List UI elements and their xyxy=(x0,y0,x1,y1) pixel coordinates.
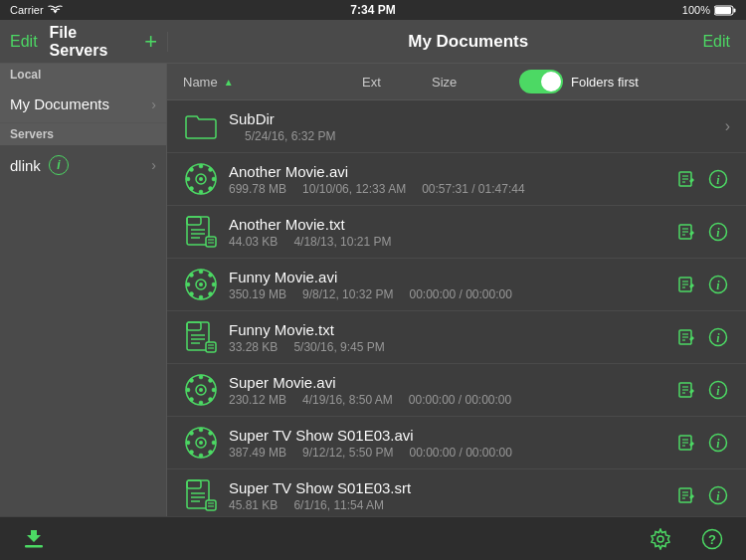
help-button[interactable]: ? xyxy=(694,521,730,557)
table-row[interactable]: Super TV Show S01E03.srt 45.81 KB 6/1/16… xyxy=(167,469,746,516)
folders-first-toggle-area[interactable]: Folders first xyxy=(519,70,639,93)
my-documents-chevron-icon: › xyxy=(151,96,156,112)
file-name: Another Movie.avi xyxy=(229,163,674,180)
file-date: 5/30/16, 9:45 PM xyxy=(293,340,384,354)
nav-edit-right-button[interactable]: Edit xyxy=(702,33,730,51)
sidebar-item-dlink[interactable]: dlink i › xyxy=(0,145,166,185)
file-actions: i xyxy=(674,483,730,507)
file-info: Funny Movie.txt 33.28 KB 5/30/16, 9:45 P… xyxy=(229,321,674,354)
video-file-icon xyxy=(183,161,219,197)
file-meta: 230.12 MB 4/19/16, 8:50 AM00:00:00 / 00:… xyxy=(229,393,674,407)
folders-first-toggle[interactable] xyxy=(519,70,563,93)
sidebar-item-my-documents[interactable]: My Documents › xyxy=(0,86,166,123)
svg-point-6 xyxy=(199,164,203,168)
svg-rect-1 xyxy=(734,8,736,12)
content-area: Name ▲ Ext Size Folders first xyxy=(167,64,746,516)
video-file-icon xyxy=(183,267,219,302)
file-info: Super TV Show S01E03.avi 387.49 MB 9/12/… xyxy=(229,427,674,460)
svg-point-11 xyxy=(209,187,213,191)
file-name: Super Movie.avi xyxy=(229,374,674,391)
table-row[interactable]: Super TV Show S01E03.avi 387.49 MB 9/12/… xyxy=(167,417,746,469)
info-file-icon[interactable]: i xyxy=(706,167,730,191)
file-name: Another Movie.txt xyxy=(229,216,674,233)
file-meta: 33.28 KB 5/30/16, 9:45 PM xyxy=(229,340,674,354)
info-file-icon[interactable]: i xyxy=(706,220,730,244)
info-file-icon[interactable]: i xyxy=(706,431,730,455)
svg-rect-21 xyxy=(187,217,201,225)
svg-point-10 xyxy=(190,168,194,172)
info-file-icon[interactable]: i xyxy=(706,325,730,349)
svg-point-115 xyxy=(657,536,663,542)
file-size: 44.03 KB xyxy=(229,235,278,249)
svg-point-90 xyxy=(209,451,213,455)
dlink-info-icon[interactable]: i xyxy=(49,155,69,175)
info-file-icon[interactable]: i xyxy=(706,378,730,402)
text-file-icon xyxy=(183,319,219,355)
text-file-icon xyxy=(183,477,219,513)
sidebar-my-documents-label: My Documents xyxy=(10,95,109,112)
edit-file-icon[interactable] xyxy=(674,167,698,191)
info-file-icon[interactable]: i xyxy=(706,483,730,507)
svg-point-91 xyxy=(209,432,213,436)
table-row[interactable]: Super Movie.avi 230.12 MB 4/19/16, 8:50 … xyxy=(167,364,746,417)
file-info: Another Movie.txt 44.03 KB 4/18/13, 10:2… xyxy=(229,216,674,249)
col-ext-header[interactable]: Ext xyxy=(362,75,432,90)
video-file-icon xyxy=(183,425,219,461)
main-container: Local My Documents › Servers dlink i › N… xyxy=(0,64,746,516)
file-size: 699.78 MB xyxy=(229,182,286,196)
sidebar: Local My Documents › Servers dlink i › xyxy=(0,64,167,516)
row-chevron-icon: › xyxy=(725,117,730,135)
file-meta: 350.19 MB 9/8/12, 10:32 PM00:00:00 / 00:… xyxy=(229,287,674,301)
wifi-icon xyxy=(48,5,63,16)
file-actions: i xyxy=(674,325,730,349)
file-actions: i xyxy=(674,273,730,296)
status-bar: Carrier 7:34 PM 100% xyxy=(0,0,746,20)
svg-text:i: i xyxy=(716,384,720,398)
folders-first-label: Folders first xyxy=(571,75,639,90)
svg-point-38 xyxy=(199,295,203,299)
file-name: Super TV Show S01E03.srt xyxy=(229,479,674,496)
status-left: Carrier xyxy=(10,4,63,16)
file-date: 4/19/16, 8:50 AM xyxy=(302,393,393,407)
svg-text:i: i xyxy=(716,489,720,503)
svg-point-84 xyxy=(199,441,203,445)
file-meta: 44.03 KB 4/18/13, 10:21 PM xyxy=(229,235,674,249)
file-list: SubDir 5/24/16, 6:32 PM › xyxy=(167,100,746,516)
status-time: 7:34 PM xyxy=(350,3,395,17)
settings-button[interactable] xyxy=(643,521,678,557)
svg-point-70 xyxy=(186,388,190,392)
edit-file-icon[interactable] xyxy=(674,378,698,402)
edit-file-icon[interactable] xyxy=(674,325,698,349)
table-row[interactable]: SubDir 5/24/16, 6:32 PM › xyxy=(167,100,746,153)
nav-add-button[interactable]: + xyxy=(144,29,157,55)
edit-file-icon[interactable] xyxy=(674,220,698,244)
svg-point-41 xyxy=(190,274,194,278)
info-file-icon[interactable]: i xyxy=(706,273,730,296)
edit-file-icon[interactable] xyxy=(674,483,698,507)
table-row[interactable]: Funny Movie.avi 350.19 MB 9/8/12, 10:32 … xyxy=(167,259,746,311)
svg-point-9 xyxy=(212,177,216,181)
nav-edit-button[interactable]: Edit xyxy=(10,33,38,51)
svg-point-40 xyxy=(212,282,216,286)
file-actions: i xyxy=(674,431,730,455)
file-size: 33.28 KB xyxy=(229,340,278,354)
edit-file-icon[interactable] xyxy=(674,431,698,455)
download-button[interactable] xyxy=(16,521,52,557)
file-info: Another Movie.avi 699.78 MB 10/10/06, 12… xyxy=(229,163,674,196)
name-col-label: Name xyxy=(183,75,218,90)
svg-point-85 xyxy=(199,428,203,432)
file-meta: 45.81 KB 6/1/16, 11:54 AM xyxy=(229,498,674,512)
col-name-header[interactable]: Name ▲ xyxy=(183,75,362,90)
svg-point-36 xyxy=(199,282,203,286)
table-row[interactable]: Funny Movie.txt 33.28 KB 5/30/16, 9:45 P… xyxy=(167,311,746,364)
svg-point-43 xyxy=(209,274,213,278)
nav-right: My Documents Edit xyxy=(167,32,746,52)
toggle-thumb xyxy=(541,72,561,92)
edit-file-icon[interactable] xyxy=(674,273,698,296)
file-size: 230.12 MB xyxy=(229,393,286,407)
svg-point-88 xyxy=(212,441,216,445)
table-row[interactable]: Another Movie.txt 44.03 KB 4/18/13, 10:2… xyxy=(167,206,746,259)
col-size-header[interactable]: Size xyxy=(432,75,511,90)
table-row[interactable]: Another Movie.avi 699.78 MB 10/10/06, 12… xyxy=(167,153,746,206)
svg-point-8 xyxy=(186,177,190,181)
